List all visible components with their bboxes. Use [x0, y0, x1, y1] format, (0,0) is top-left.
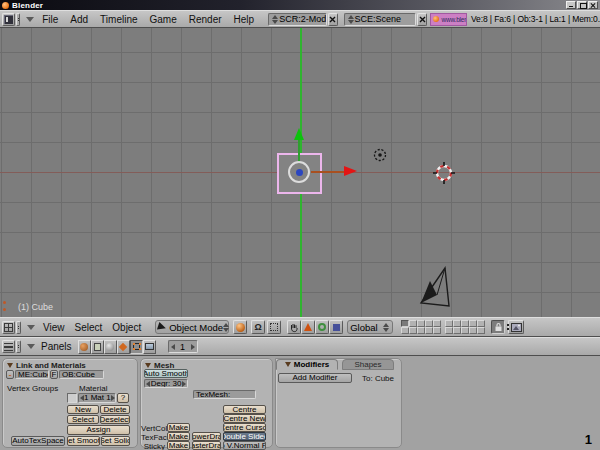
- frame-increment-icon[interactable]: [191, 344, 195, 350]
- layer-toggle[interactable]: [433, 327, 441, 334]
- delete-button[interactable]: Delete: [100, 405, 130, 414]
- add-modifier-button[interactable]: Add Modifier: [278, 373, 352, 383]
- window-type-button[interactable]: [2, 13, 15, 26]
- deselect-button[interactable]: Deselect: [100, 415, 130, 424]
- header-collapse-icon[interactable]: [26, 17, 34, 22]
- menu-add[interactable]: Add: [70, 14, 88, 25]
- viewport-type-dropdown[interactable]: [16, 321, 21, 334]
- scene-context-button[interactable]: [143, 340, 156, 354]
- shading-context-button[interactable]: [104, 340, 117, 354]
- layer-toggle[interactable]: [477, 327, 485, 334]
- object-name-field[interactable]: OB:Cube: [59, 370, 104, 379]
- area-split-dots[interactable]: [507, 324, 509, 332]
- layer-toggle[interactable]: [417, 327, 425, 334]
- menu-file[interactable]: File: [42, 14, 58, 25]
- viewport-type-button[interactable]: [2, 321, 15, 334]
- manipulator-toggle-button[interactable]: [287, 320, 301, 334]
- orientation-dropdown[interactable]: Global: [347, 320, 393, 334]
- mesh-name-field[interactable]: ME:Cube: [15, 370, 49, 379]
- lock-layers-button[interactable]: [491, 320, 505, 334]
- mesh-browse-button[interactable]: -: [6, 370, 14, 379]
- material-next-icon[interactable]: [111, 395, 115, 401]
- fake-user-button[interactable]: F: [50, 370, 58, 379]
- select-button[interactable]: Select: [67, 415, 99, 424]
- material-color-swatch[interactable]: [67, 393, 77, 403]
- translate-manipulator-button[interactable]: [301, 320, 315, 334]
- texface-make-button[interactable]: Make: [167, 432, 190, 441]
- set-smooth-button[interactable]: Set Smooth: [67, 436, 100, 446]
- frame-number-field[interactable]: 1: [168, 340, 198, 353]
- manipulator-y-arrow-line[interactable]: [298, 140, 300, 162]
- sticky-make-button[interactable]: Make: [167, 441, 190, 450]
- 3d-cursor[interactable]: [432, 161, 456, 185]
- set-solid-button[interactable]: Set Solid: [101, 436, 130, 446]
- degr-decrement-icon[interactable]: [146, 381, 150, 387]
- buttons-window-type-dropdown[interactable]: [16, 340, 21, 353]
- menu-panels[interactable]: Panels: [41, 341, 72, 352]
- layer-toggle[interactable]: [401, 327, 409, 334]
- centre-cursor-button[interactable]: Centre Cursor: [223, 423, 266, 432]
- layer-toggle[interactable]: [461, 320, 469, 327]
- snap-target-button[interactable]: [267, 320, 281, 334]
- manipulator-x-arrow-head[interactable]: [344, 166, 357, 176]
- assign-button[interactable]: Assign: [67, 425, 130, 435]
- new-button[interactable]: New: [67, 405, 99, 414]
- material-index-field[interactable]: 1 Mat 1: [78, 393, 116, 403]
- double-sided-toggle[interactable]: Double Sided: [223, 432, 266, 441]
- header-collapse-icon[interactable]: [27, 344, 35, 349]
- menu-select[interactable]: Select: [75, 322, 103, 333]
- texmesh-field[interactable]: TexMesh:: [193, 390, 256, 399]
- editing-context-button[interactable]: [130, 340, 143, 354]
- material-question-button[interactable]: ?: [117, 393, 129, 403]
- fasterdraw-button[interactable]: FasterDraw: [192, 441, 221, 450]
- auto-smooth-toggle[interactable]: Auto Smooth: [144, 369, 188, 378]
- menu-help[interactable]: Help: [234, 14, 255, 25]
- 3d-viewport[interactable]: (1) Cube: [0, 28, 600, 317]
- layer-toggle[interactable]: [445, 320, 453, 327]
- menu-object[interactable]: Object: [112, 322, 141, 333]
- layer-toggle[interactable]: [409, 320, 417, 327]
- scene-delete-button[interactable]: [417, 13, 427, 26]
- window-type-dropdown[interactable]: [16, 13, 20, 26]
- mode-dropdown[interactable]: Object Mode: [155, 320, 229, 334]
- scene-selector[interactable]: SCE:Scene: [344, 13, 417, 26]
- slowerdraw-button[interactable]: SlowerDraw: [192, 432, 221, 441]
- pivot-dropdown[interactable]: Ω: [251, 320, 265, 334]
- object-context-button[interactable]: [117, 340, 130, 354]
- layer-toggle[interactable]: [417, 320, 425, 327]
- layer-toggle[interactable]: [469, 320, 477, 327]
- lamp-object[interactable]: [372, 147, 388, 163]
- layer-toggle[interactable]: [433, 320, 441, 327]
- layer-toggle[interactable]: [453, 327, 461, 334]
- scale-manipulator-button[interactable]: [329, 320, 343, 334]
- layer-toggle[interactable]: [453, 320, 461, 327]
- frame-decrement-icon[interactable]: [171, 344, 175, 350]
- vertcol-make-button[interactable]: Make: [167, 423, 190, 432]
- manipulator-y-arrow-head[interactable]: [294, 128, 304, 140]
- layer-toggle[interactable]: [425, 327, 433, 334]
- script-context-button[interactable]: [91, 340, 104, 354]
- viewport-shading-dropdown[interactable]: [233, 320, 247, 334]
- tab-shapes[interactable]: Shapes: [342, 359, 394, 370]
- screen-delete-button[interactable]: [328, 13, 338, 26]
- rotate-manipulator-button[interactable]: [315, 320, 329, 334]
- menu-render[interactable]: Render: [189, 14, 222, 25]
- layer-toggle[interactable]: [445, 327, 453, 334]
- tab-modifiers[interactable]: Modifiers: [276, 359, 338, 370]
- panel-header[interactable]: Link and Materials: [7, 361, 86, 370]
- maximize-button[interactable]: [577, 1, 587, 9]
- menu-view[interactable]: View: [43, 322, 65, 333]
- render-preview-button[interactable]: [508, 320, 524, 334]
- no-vnormal-flip-toggle[interactable]: No V.Normal Flip: [223, 441, 266, 450]
- degr-field[interactable]: Degr: 30: [144, 379, 188, 388]
- layer-toggle[interactable]: [401, 320, 409, 327]
- layer-toggle[interactable]: [425, 320, 433, 327]
- screen-selector[interactable]: SCR:2-Model: [268, 13, 326, 26]
- layer-toggle[interactable]: [461, 327, 469, 334]
- close-button[interactable]: [588, 1, 598, 9]
- menu-game[interactable]: Game: [150, 14, 177, 25]
- camera-object[interactable]: [418, 264, 454, 310]
- minimize-button[interactable]: [566, 1, 576, 9]
- degr-increment-icon[interactable]: [182, 381, 186, 387]
- layer-toggle[interactable]: [469, 327, 477, 334]
